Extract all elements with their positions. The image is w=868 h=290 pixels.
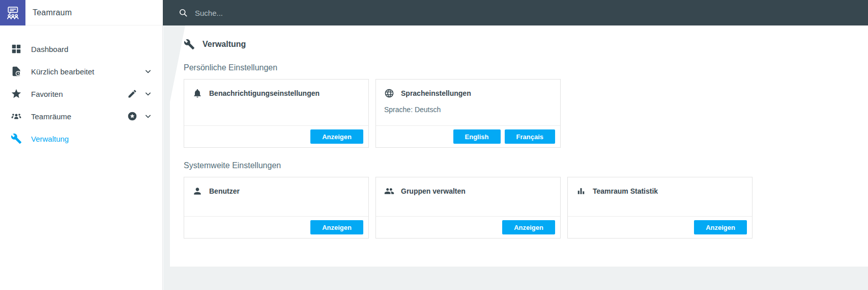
teamraum-statistik-anzeigen-button[interactable]: Anzeigen [694,220,747,234]
card-header: Benutzer [184,177,368,199]
card-title: Teamraum Statistik [593,187,658,195]
page-title: Verwaltung [202,40,246,49]
section-heading: Persönliche Einstellungen [184,63,853,72]
sidebar-item-favoriten[interactable]: Favoriten [0,83,162,105]
card-footer: Anzeigen [376,216,560,238]
spracheinstellungen-francais-button[interactable]: Français [505,129,555,144]
dashboard-icon [10,43,22,55]
page-title-row: Verwaltung [184,39,853,50]
sidebar-item-kuerzlich-bearbeitet[interactable]: Kürzlich bearbeitet [0,60,162,83]
card-title: Gruppen verwalten [401,187,466,195]
topbar [163,0,868,25]
sidebar-item-label: Dashboard [31,45,153,54]
card-footer: Anzeigen [184,125,368,147]
star-icon [10,88,22,100]
globe-icon [384,88,394,98]
card-title: Benachrichtigungseinstellungen [209,89,320,97]
settings-sections: Persönliche EinstellungenBenachrichtigun… [184,63,853,239]
sidebar-item-verwaltung[interactable]: Verwaltung [0,127,162,150]
benachrichtigungseinstellungen-anzeigen-button[interactable]: Anzeigen [310,129,363,144]
wrench-icon [10,133,22,145]
star-circle-icon[interactable] [127,111,137,121]
card-footer: EnglishFrançais [376,125,560,147]
recent-document-icon [10,65,22,77]
card-header: Gruppen verwalten [376,177,560,199]
brand-header: Teamraum [0,0,163,25]
card-benachrichtigungseinstellungen: BenachrichtigungseinstellungenAnzeigen [184,79,369,148]
sidebar-item-label: Kürzlich bearbeitet [31,67,143,76]
sidebar: DashboardKürzlich bearbeitetFavoritenTea… [0,25,163,290]
spracheinstellungen-english-button[interactable]: English [453,129,501,144]
card-row: BenachrichtigungseinstellungenAnzeigenSp… [184,79,853,148]
people-icon [384,186,394,196]
app-title: Teamraum [33,8,72,17]
card-body [568,199,752,216]
card-body [376,199,560,216]
card-footer: Anzeigen [184,216,368,238]
pencil-icon[interactable] [127,89,137,99]
sidebar-item-actions [143,66,153,76]
card-header: Teamraum Statistik [568,177,752,199]
bar-chart-icon [576,186,586,196]
content-panel: Verwaltung Persönliche EinstellungenBena… [170,25,868,267]
card-gruppen-verwalten: Gruppen verwaltenAnzeigen [375,177,561,239]
card-teamraum-statistik: Teamraum StatistikAnzeigen [567,177,753,239]
sidebar-item-label: Favoriten [31,90,127,98]
sidebar-item-actions [127,89,153,99]
teamraum-logo-icon[interactable] [0,0,25,25]
card-title: Benutzer [209,187,240,195]
card-footer: Anzeigen [568,216,752,238]
sidebar-item-dashboard[interactable]: Dashboard [0,38,162,60]
card-body [184,101,368,125]
gruppen-verwalten-anzeigen-button[interactable]: Anzeigen [502,220,555,234]
card-header: Spracheinstellungen [376,80,560,101]
card-title: Spracheinstellungen [401,89,471,97]
chevron-down-icon[interactable] [143,89,153,99]
card-header: Benachrichtigungseinstellungen [184,80,368,101]
benutzer-anzeigen-button[interactable]: Anzeigen [310,220,363,234]
sidebar-item-teamraeume[interactable]: Teamräume [0,105,162,127]
chevron-down-icon[interactable] [143,66,153,76]
bell-icon [192,88,202,98]
card-body [184,199,368,216]
sidebar-item-label: Verwaltung [31,135,153,143]
content-area: Verwaltung Persönliche EinstellungenBena… [163,25,868,290]
sidebar-item-actions [127,111,153,121]
chevron-down-icon[interactable] [143,111,153,121]
section-heading: Systemweite Einstellungen [184,161,853,170]
card-row: BenutzerAnzeigenGruppen verwaltenAnzeige… [184,177,853,239]
person-icon [192,186,202,196]
card-spracheinstellungen: SpracheinstellungenSprache: DeutschEngli… [375,79,561,148]
card-body: Sprache: Deutsch [376,101,560,125]
sidebar-item-label: Teamräume [31,112,127,121]
people-group-icon [10,110,22,122]
search-input[interactable] [195,9,678,17]
card-benutzer: BenutzerAnzeigen [184,177,369,239]
search-icon [178,8,188,18]
wrench-icon [184,39,195,50]
search-box[interactable] [178,8,868,18]
